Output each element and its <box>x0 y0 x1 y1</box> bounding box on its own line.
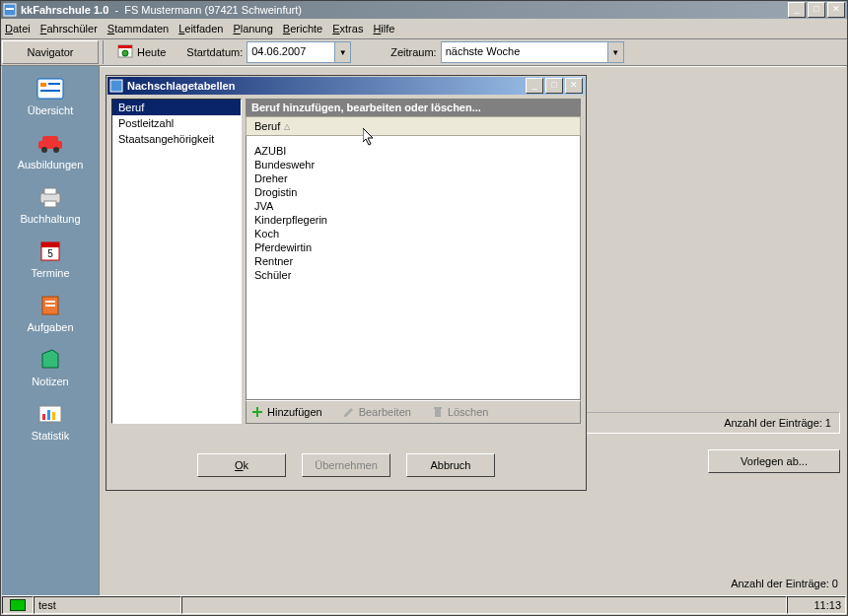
status-led-icon <box>10 599 26 611</box>
add-button[interactable]: Hinzufügen <box>250 405 322 419</box>
dialog-minimize-button[interactable]: _ <box>526 78 543 94</box>
menu-berichte[interactable]: Berichte <box>283 23 322 34</box>
zeitraum-combo[interactable]: ▼ <box>441 41 624 63</box>
nav-termine[interactable]: 5 Termine <box>6 235 95 283</box>
trash-icon <box>431 405 445 419</box>
maximize-button[interactable]: □ <box>808 2 825 18</box>
svg-rect-29 <box>435 409 441 417</box>
delete-button: Löschen <box>431 405 489 419</box>
status-spacer <box>181 596 787 614</box>
navigator-sidebar: Übersicht Ausbildungen Buchhaltung 5 Ter… <box>2 66 100 595</box>
items-list[interactable]: AZUBI Bundeswehr Dreher Drogistin JVA Ki… <box>246 136 581 400</box>
status-led-cell <box>2 596 34 614</box>
notes-icon <box>35 347 66 373</box>
zeitraum-input[interactable] <box>442 42 607 60</box>
zeitraum-label: Zeitraum: <box>390 46 436 58</box>
menu-stammdaten[interactable]: Stammdaten <box>107 23 169 34</box>
startdatum-input[interactable] <box>247 42 334 60</box>
startdatum-label: Startdatum: <box>186 46 243 58</box>
plus-icon <box>250 405 264 419</box>
dialog-button-row: Ok Übernehmen Abbruch <box>111 447 581 485</box>
dropdown-icon[interactable]: ▼ <box>334 42 350 62</box>
overview-icon <box>35 76 66 102</box>
printer-icon <box>35 184 66 210</box>
menu-extras[interactable]: Extras <box>332 23 363 34</box>
category-list[interactable]: Beruf Postleitzahl Staatsangehörigkeit <box>111 99 242 424</box>
cancel-button[interactable]: Abbruch <box>406 453 495 477</box>
svg-rect-21 <box>45 305 55 307</box>
lookup-dialog: Nachschlagetabellen _ □ ✕ Beruf Postleit… <box>106 76 586 490</box>
column-header[interactable]: Beruf △ <box>246 116 581 136</box>
svg-rect-14 <box>44 188 56 194</box>
category-beruf[interactable]: Beruf <box>112 100 241 115</box>
apply-button: Übernehmen <box>302 453 390 477</box>
dropdown-icon[interactable]: ▼ <box>607 42 623 62</box>
status-text: test <box>34 596 181 614</box>
svg-rect-28 <box>252 411 262 413</box>
list-item[interactable]: Rentner <box>254 254 572 268</box>
sort-asc-icon: △ <box>284 122 290 131</box>
list-item[interactable]: Pferdewirtin <box>254 240 572 254</box>
svg-rect-7 <box>48 83 60 85</box>
svg-rect-26 <box>110 80 122 92</box>
svg-rect-15 <box>44 201 56 207</box>
svg-rect-1 <box>6 8 14 10</box>
dialog-close-button[interactable]: ✕ <box>565 78 583 94</box>
nav-buchhaltung[interactable]: Buchhaltung <box>6 180 95 229</box>
startdatum-combo[interactable]: ▼ <box>247 41 351 63</box>
svg-rect-17 <box>41 242 59 247</box>
dialog-maximize-button[interactable]: □ <box>545 78 563 94</box>
nav-statistik[interactable]: Statistik <box>6 397 95 445</box>
dialog-titlebar[interactable]: Nachschlagetabellen _ □ ✕ <box>107 77 585 95</box>
list-toolbar: Hinzufügen Bearbeiten Löschen <box>246 400 581 424</box>
today-button[interactable]: Heute <box>108 40 175 64</box>
svg-rect-10 <box>42 136 58 143</box>
menubar: Datei Fahrschüler Stammdaten Leitfaden P… <box>1 19 847 39</box>
nav-aufgaben[interactable]: Aufgaben <box>6 289 95 337</box>
edit-button: Bearbeiten <box>342 405 411 419</box>
list-item[interactable]: Koch <box>254 227 572 240</box>
category-staatsangehoerigkeit[interactable]: Staatsangehörigkeit <box>112 131 241 147</box>
status-time: 11:13 <box>787 596 846 614</box>
svg-text:5: 5 <box>47 248 53 259</box>
menu-datei[interactable]: Datei <box>5 23 31 34</box>
menu-hilfe[interactable]: Hilfe <box>373 23 394 34</box>
list-item[interactable]: Bundeswehr <box>254 158 572 171</box>
window-title: kkFahrschule 1.0 - FS Mustermann (97421 … <box>21 4 788 16</box>
dialog-title: Nachschlagetabellen <box>127 80 526 92</box>
vorlegen-button[interactable]: Vorlegen ab... <box>708 449 840 473</box>
nav-uebersicht[interactable]: Übersicht <box>6 72 95 120</box>
svg-rect-6 <box>40 83 46 87</box>
svg-point-11 <box>41 147 47 153</box>
list-item[interactable]: Kinderpflegerin <box>254 213 572 227</box>
navigator-heading[interactable]: Navigator <box>2 40 99 64</box>
car-icon <box>35 130 66 156</box>
svg-rect-30 <box>434 407 442 409</box>
svg-rect-24 <box>47 410 50 420</box>
menu-planung[interactable]: Planung <box>233 23 272 34</box>
list-item[interactable]: Drogistin <box>254 185 572 199</box>
list-item[interactable]: AZUBI <box>254 144 572 158</box>
svg-rect-5 <box>37 79 63 99</box>
dialog-icon <box>109 79 123 93</box>
list-item[interactable]: Dreher <box>254 171 572 185</box>
list-item[interactable]: JVA <box>254 199 572 213</box>
nav-notizen[interactable]: Notizen <box>6 343 95 391</box>
toolbar: Navigator Heute Startdatum: ▼ Zeitraum: … <box>1 39 847 66</box>
close-button[interactable]: ✕ <box>827 2 845 18</box>
ok-button[interactable]: Ok <box>197 453 286 477</box>
svg-rect-25 <box>52 412 55 420</box>
list-item[interactable]: Schüler <box>254 268 572 282</box>
chart-icon <box>35 401 66 427</box>
nav-ausbildungen[interactable]: Ausbildungen <box>6 126 95 174</box>
statusbar: test 11:13 <box>2 595 846 614</box>
menu-fahrschueler[interactable]: Fahrschüler <box>40 23 98 34</box>
svg-point-4 <box>122 50 128 56</box>
category-postleitzahl[interactable]: Postleitzahl <box>112 115 241 131</box>
minimize-button[interactable]: _ <box>788 2 806 18</box>
toolbar-separator <box>102 40 105 64</box>
window-titlebar[interactable]: kkFahrschule 1.0 - FS Mustermann (97421 … <box>1 1 847 19</box>
calendar-icon <box>117 43 133 61</box>
pencil-icon <box>342 405 356 419</box>
menu-leitfaden[interactable]: Leitfaden <box>178 23 223 34</box>
